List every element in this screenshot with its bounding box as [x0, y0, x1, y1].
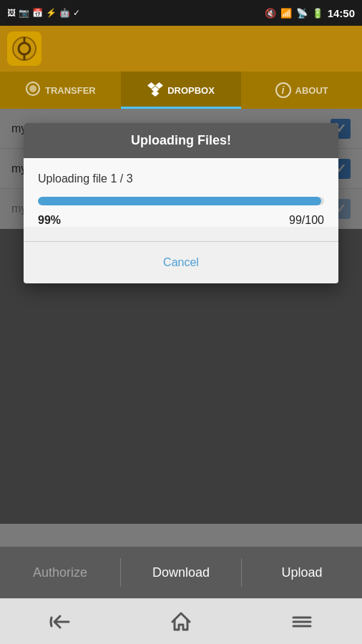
photo-icon: 📷 [19, 8, 29, 18]
signal-icon: 📡 [296, 8, 308, 19]
bottom-action-bar: Authorize Download Upload [0, 547, 362, 598]
tab-about-label: ABOUT [295, 85, 328, 96]
mute-icon: 🔇 [265, 8, 276, 19]
battery-icon: 🔋 [312, 8, 323, 19]
check-icon: ✓ [73, 8, 80, 18]
back-icon [49, 610, 72, 633]
upload-button[interactable]: Upload [242, 547, 362, 598]
usb-icon: ⚡ [46, 8, 57, 18]
home-icon [170, 610, 192, 633]
progress-count: 99/100 [289, 214, 324, 227]
home-button[interactable] [160, 600, 202, 643]
dialog-file-info: Uploading file 1 / 3 [38, 172, 324, 185]
tab-dropbox-label: DROPBOX [167, 85, 215, 96]
progress-bar-container [38, 197, 324, 205]
file-list: my new backup.xml ✓ my new backup1.xml ✓… [0, 109, 362, 229]
dialog-title: Uploading Files! [131, 133, 231, 147]
calendar-icon: 📅 [32, 8, 43, 18]
authorize-button[interactable]: Authorize [0, 547, 120, 598]
progress-bar-fill [38, 197, 321, 205]
svg-point-5 [29, 85, 36, 92]
about-icon: i [275, 82, 291, 98]
back-button[interactable] [39, 600, 82, 643]
dialog-title-bar: Uploading Files! [24, 123, 338, 158]
tabs: TRANSFER DROPBOX i ABOUT [0, 72, 362, 109]
nav-bar [0, 598, 362, 644]
clock: 14:50 [328, 7, 355, 19]
status-icons: 🖼 📷 📅 ⚡ 🤖 ✓ [7, 8, 80, 18]
tab-dropbox[interactable]: DROPBOX [121, 72, 242, 109]
menu-button[interactable] [280, 600, 323, 643]
menu-icon [290, 610, 313, 633]
dialog-actions: Cancel [24, 242, 338, 283]
status-bar: 🖼 📷 📅 ⚡ 🤖 ✓ 🔇 📶 📡 🔋 14:50 [0, 0, 362, 26]
dropbox-icon [147, 81, 163, 100]
app-logo [7, 31, 41, 66]
logo-icon [11, 36, 37, 62]
android-icon: 🤖 [59, 8, 70, 18]
upload-dialog: Uploading Files! Uploading file 1 / 3 99… [24, 123, 338, 283]
status-right: 🔇 📶 📡 🔋 14:50 [265, 7, 355, 19]
app-bar [0, 26, 362, 72]
download-button[interactable]: Download [121, 547, 241, 598]
tab-transfer[interactable]: TRANSFER [0, 72, 121, 109]
cancel-button[interactable]: Cancel [24, 245, 338, 280]
tab-transfer-label: TRANSFER [45, 85, 96, 96]
gallery-icon: 🖼 [7, 8, 16, 18]
tab-about[interactable]: i ABOUT [241, 72, 362, 109]
dialog-overlay: Uploading Files! Uploading file 1 / 3 99… [0, 109, 362, 524]
dialog-body: Uploading file 1 / 3 99% 99/100 [24, 158, 338, 227]
progress-stats: 99% 99/100 [38, 214, 324, 227]
transfer-icon [25, 81, 41, 100]
wifi-icon: 📶 [280, 8, 292, 19]
progress-percent: 99% [38, 214, 61, 227]
